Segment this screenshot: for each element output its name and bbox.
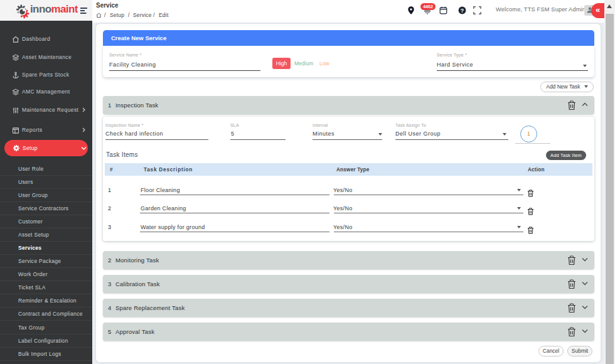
svg-text:?: ? — [461, 8, 464, 14]
